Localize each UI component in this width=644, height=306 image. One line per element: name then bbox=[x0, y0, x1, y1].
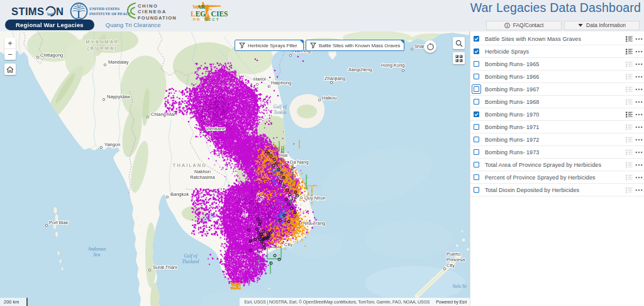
layer-options-menu[interactable] bbox=[635, 113, 643, 116]
legend-icon[interactable] bbox=[626, 61, 633, 67]
legend-icon[interactable] bbox=[626, 174, 633, 181]
layer-options-menu[interactable] bbox=[635, 38, 643, 40]
filter-icon bbox=[310, 42, 316, 48]
layer-options-menu[interactable] bbox=[635, 139, 643, 141]
usip-tree-icon bbox=[73, 4, 86, 19]
legend-icon[interactable] bbox=[626, 74, 633, 80]
map-label: Chiang Mai bbox=[151, 111, 175, 117]
basemap-grid-button[interactable] bbox=[453, 52, 465, 64]
layer-label: Herbicide Sprays bbox=[485, 48, 626, 55]
page-title: War Legacies Data Dashboard bbox=[470, 1, 641, 15]
layer-row: Herbicide Sprays bbox=[470, 45, 644, 58]
layer-options-menu[interactable] bbox=[635, 63, 643, 65]
powered-by-esri[interactable]: Powered by Esri bbox=[436, 300, 467, 304]
legend-icon[interactable] bbox=[626, 162, 633, 168]
battle-sites-filter-button[interactable]: Battle Sites with Known Mass Graves bbox=[306, 40, 404, 51]
city-marker bbox=[100, 146, 102, 148]
legend-icon[interactable] bbox=[626, 124, 633, 130]
map-view[interactable]: M Y A N M A R( B U R M A )T H A I L A N … bbox=[0, 31, 470, 306]
map-label: Gulf of bbox=[273, 104, 287, 110]
home-button[interactable] bbox=[4, 64, 16, 75]
layer-checkbox[interactable] bbox=[474, 149, 479, 155]
layer-row: Bombing Runs- 1967 bbox=[470, 83, 644, 96]
layer-options-menu[interactable] bbox=[635, 164, 643, 166]
map-label: Sea bbox=[94, 252, 101, 258]
map-label: Yangon bbox=[104, 142, 120, 147]
home-icon bbox=[6, 66, 14, 73]
city-marker bbox=[402, 69, 404, 71]
layer-row: Bombing Runs- 1966 bbox=[470, 71, 644, 83]
legend-icon[interactable] bbox=[626, 149, 633, 156]
layer-checkbox[interactable] bbox=[474, 137, 479, 142]
search-button[interactable] bbox=[453, 37, 465, 49]
map-label: Tonkin bbox=[274, 110, 286, 115]
legend-icon[interactable] bbox=[626, 111, 633, 118]
layer-checkbox[interactable] bbox=[474, 74, 479, 79]
layer-options-menu[interactable] bbox=[635, 50, 643, 53]
map-label: Hong Kong bbox=[381, 62, 405, 68]
stimson-globe-icon bbox=[47, 7, 55, 16]
tab-quang-tri-clearance[interactable]: Quang Tri Clearance bbox=[106, 21, 161, 28]
chino-arcs-icon bbox=[128, 3, 135, 18]
faq-contact-button[interactable]: FAQ/Contact bbox=[486, 21, 562, 30]
layer-label: Bombing Runs- 1971 bbox=[485, 124, 626, 130]
map-label: Surat Thani bbox=[153, 264, 177, 270]
layer-label: Total Area of Province Sprayed by Herbic… bbox=[485, 162, 626, 168]
layer-checkbox[interactable] bbox=[474, 187, 479, 193]
layer-checkbox[interactable] bbox=[474, 111, 479, 117]
map-label: Da Nang bbox=[290, 159, 309, 165]
legend-icon[interactable] bbox=[626, 86, 633, 93]
map-label: Vientiane bbox=[206, 126, 225, 132]
layer-label: Total Dioxin Deposited by Herbicides bbox=[485, 187, 626, 193]
layer-label: Bombing Runs- 1973 bbox=[485, 149, 626, 156]
layer-label: Bombing Runs- 1968 bbox=[485, 99, 626, 105]
layer-options-menu[interactable] bbox=[635, 126, 643, 128]
tab-regional-war-legacies[interactable]: Regional War Legacies bbox=[5, 20, 94, 30]
data-information-button[interactable]: Data Information bbox=[564, 21, 640, 30]
city-marker bbox=[36, 56, 38, 58]
svg-text:N: N bbox=[56, 6, 64, 17]
zoom-in-button[interactable]: + bbox=[4, 38, 16, 48]
layer-row: Percent of Province Sprayed by Herbicide… bbox=[470, 171, 644, 184]
layer-options-menu[interactable] bbox=[635, 176, 643, 179]
legend-icon[interactable] bbox=[626, 99, 633, 105]
tab-bar: Regional War Legacies Quang Tri Clearanc… bbox=[5, 20, 161, 30]
map-label: City bbox=[447, 263, 455, 268]
layer-options-menu[interactable] bbox=[635, 88, 643, 91]
layer-options-menu[interactable] bbox=[635, 189, 643, 191]
city-marker bbox=[411, 48, 413, 50]
layer-checkbox[interactable] bbox=[474, 162, 479, 167]
filter-icon bbox=[239, 42, 245, 48]
legend-icon[interactable] bbox=[626, 187, 633, 193]
legend-icon[interactable] bbox=[626, 36, 633, 42]
layer-options-menu[interactable] bbox=[635, 101, 643, 103]
city-marker bbox=[166, 196, 168, 198]
map-label: City bbox=[284, 242, 292, 247]
fold-corner bbox=[299, 40, 304, 44]
legend-icon[interactable] bbox=[626, 137, 633, 143]
layer-checkbox[interactable] bbox=[474, 86, 479, 92]
layer-options-menu[interactable] bbox=[635, 76, 643, 78]
reset-rotation-button[interactable] bbox=[424, 40, 436, 53]
layer-checkbox[interactable] bbox=[474, 61, 479, 67]
map-labels: M Y A N M A R( B U R M A )T H A I L A N … bbox=[0, 31, 470, 306]
city-marker bbox=[330, 81, 332, 83]
layer-checkbox[interactable] bbox=[474, 48, 479, 54]
layer-options-menu[interactable] bbox=[635, 151, 643, 154]
layer-checkbox[interactable] bbox=[474, 174, 479, 180]
grid-icon bbox=[455, 55, 463, 62]
map-label: Port Blair bbox=[49, 220, 69, 225]
attribution-text: Esri, USGS | NOSTRA, Esri, © OpenStreetM… bbox=[245, 300, 430, 304]
map-label: Chittagong bbox=[40, 52, 63, 58]
herbicide-sprays-filter-button[interactable]: Herbicide Sprays Filter bbox=[235, 40, 304, 51]
layer-row: Total Area of Province Sprayed by Herbic… bbox=[470, 159, 644, 171]
legend-icon[interactable] bbox=[626, 48, 633, 55]
city-marker bbox=[289, 54, 291, 56]
layer-checkbox[interactable] bbox=[474, 99, 479, 105]
zoom-out-button[interactable]: − bbox=[4, 49, 16, 60]
layer-list-panel: Battle Sites with Known Mass GravesHerbi… bbox=[470, 31, 644, 306]
layer-checkbox[interactable] bbox=[474, 36, 479, 42]
svg-text:WAR: WAR bbox=[192, 4, 206, 10]
layer-checkbox[interactable] bbox=[474, 124, 479, 130]
map-label: Mandalay bbox=[108, 59, 129, 65]
